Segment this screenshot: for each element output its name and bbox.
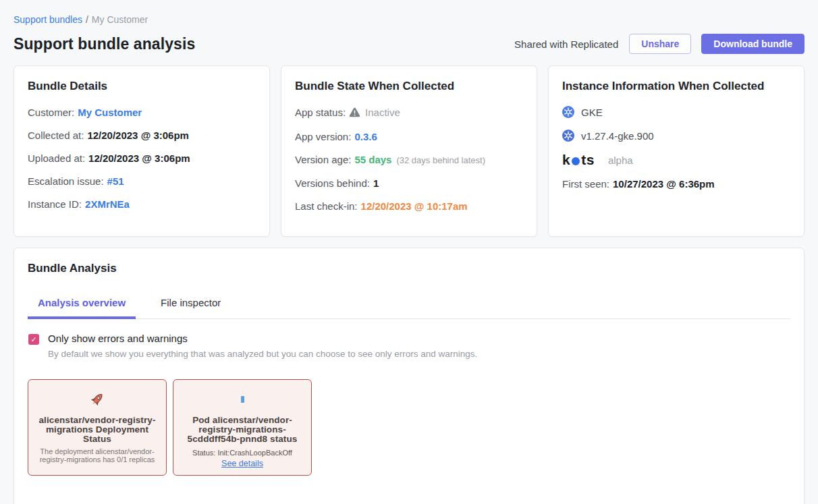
kots-channel: alpha bbox=[608, 155, 633, 166]
collected-at-row: Collected at:12/20/2023 @ 3:06pm bbox=[28, 129, 256, 142]
page-title: Support bundle analysis bbox=[13, 35, 195, 53]
uploaded-at-label: Uploaded at: bbox=[28, 152, 85, 164]
distribution-value: GKE bbox=[581, 107, 603, 118]
bundle-state-card: Bundle State When Collected App status:I… bbox=[281, 65, 537, 237]
last-checkin-value: 12/20/2023 @ 10:17am bbox=[361, 200, 468, 212]
analysis-tabs: Analysis overview File inspector bbox=[28, 293, 790, 319]
bundle-details-title: Bundle Details bbox=[28, 80, 256, 93]
app-version-row: App version:0.3.6 bbox=[295, 130, 523, 144]
customer-row: Customer:My Customer bbox=[28, 106, 256, 119]
bundle-analysis-title: Bundle Analysis bbox=[28, 262, 790, 275]
app-status-row: App status:Inactive bbox=[295, 106, 523, 121]
k8s-version-row: v1.27.4-gke.900 bbox=[562, 130, 790, 142]
result-status: Status: Init:CrashLoopBackOff bbox=[192, 449, 292, 457]
first-seen-row: First seen:10/27/2023 @ 6:36pm bbox=[562, 177, 790, 191]
first-seen-label: First seen: bbox=[562, 178, 609, 190]
kots-logo-ts: ts bbox=[581, 152, 595, 168]
instance-info-title: Instance Information When Collected bbox=[562, 80, 790, 93]
versions-behind-label: Versions behind: bbox=[295, 177, 370, 189]
bundle-state-title: Bundle State When Collected bbox=[295, 80, 523, 93]
breadcrumb-separator: / bbox=[86, 14, 88, 25]
breadcrumb: Support bundles/My Customer bbox=[13, 0, 805, 25]
app-version-link[interactable]: 0.3.6 bbox=[354, 131, 377, 142]
result-title: alicenstar/vendor-registry-migrations De… bbox=[36, 416, 158, 444]
app-version-label: App version: bbox=[295, 131, 351, 142]
instance-info-card: Instance Information When Collected GKE … bbox=[548, 65, 805, 237]
analysis-result-deployment: alicenstar/vendor-registry-migrations De… bbox=[28, 379, 167, 476]
versions-behind-row: Versions behind:1 bbox=[295, 177, 523, 190]
instance-id-label: Instance ID: bbox=[28, 198, 82, 210]
last-checkin-row: Last check-in:12/20/2023 @ 10:17am bbox=[295, 200, 523, 213]
kots-row: kts alpha bbox=[562, 152, 790, 168]
app-status-label: App status: bbox=[295, 107, 346, 118]
analysis-result-pod-status: Pod alicenstar/vendor-registry-migration… bbox=[173, 379, 312, 476]
app-status-value: Inactive bbox=[365, 107, 400, 118]
instance-id-link[interactable]: 2XMrNEa bbox=[85, 198, 130, 210]
kubernetes-icon bbox=[562, 130, 574, 142]
shared-status-text: Shared with Replicated bbox=[514, 38, 618, 50]
last-checkin-label: Last check-in: bbox=[295, 200, 358, 212]
kots-logo-k: k bbox=[562, 152, 570, 168]
breadcrumb-link-support-bundles[interactable]: Support bundles bbox=[13, 14, 82, 25]
version-age-row: Version age:55 days(32 days behind lates… bbox=[295, 153, 523, 167]
unshare-button[interactable]: Unshare bbox=[629, 34, 691, 54]
first-seen-value: 10/27/2023 @ 6:36pm bbox=[613, 178, 715, 190]
breadcrumb-current: My Customer bbox=[92, 14, 148, 25]
bundle-analysis-card: Bundle Analysis Analysis overview File i… bbox=[13, 248, 805, 504]
filter-row: Only show errors and warnings By default… bbox=[28, 332, 790, 359]
header-actions: Shared with Replicated Unshare Download … bbox=[514, 34, 805, 54]
filter-text: Only show errors and warnings By default… bbox=[48, 332, 477, 359]
result-description: The deployment alicenstar/vendor-registr… bbox=[36, 448, 158, 464]
page: Support bundles/My Customer Support bund… bbox=[0, 0, 818, 504]
version-age-note: (32 days behind latest) bbox=[396, 155, 485, 165]
k8s-version-value: v1.27.4-gke.900 bbox=[581, 130, 654, 142]
versions-behind-value: 1 bbox=[373, 177, 379, 189]
warning-triangle-icon bbox=[349, 107, 360, 121]
bundle-details-card: Bundle Details Customer:My Customer Coll… bbox=[13, 65, 270, 237]
rocket-icon bbox=[89, 389, 105, 410]
filter-label[interactable]: Only show errors and warnings bbox=[48, 332, 477, 345]
page-header: Support bundle analysis Shared with Repl… bbox=[13, 34, 805, 54]
collected-at-value: 12/20/2023 @ 3:06pm bbox=[87, 130, 189, 141]
version-age-value: 55 days bbox=[354, 154, 391, 165]
version-age-label: Version age: bbox=[295, 154, 351, 165]
uploaded-at-row: Uploaded at:12/20/2023 @ 3:06pm bbox=[28, 152, 256, 165]
kubernetes-icon bbox=[562, 106, 574, 118]
tab-file-inspector[interactable]: File inspector bbox=[151, 293, 231, 318]
pod-icon bbox=[241, 389, 244, 410]
tab-analysis-overview[interactable]: Analysis overview bbox=[28, 293, 136, 318]
result-title: Pod alicenstar/vendor-registry-migration… bbox=[182, 416, 303, 444]
escalation-issue-label: Escalation issue: bbox=[28, 175, 104, 187]
distribution-row: GKE bbox=[562, 106, 790, 118]
collected-at-label: Collected at: bbox=[28, 130, 84, 141]
analysis-results: alicenstar/vendor-registry-migrations De… bbox=[28, 379, 790, 476]
uploaded-at-value: 12/20/2023 @ 3:06pm bbox=[88, 152, 190, 164]
only-errors-checkbox[interactable] bbox=[28, 334, 39, 345]
customer-label: Customer: bbox=[28, 107, 74, 118]
download-bundle-button[interactable]: Download bundle bbox=[701, 34, 805, 54]
kots-logo: kts bbox=[562, 152, 595, 168]
escalation-issue-row: Escalation issue:#51 bbox=[28, 175, 256, 188]
escalation-issue-link[interactable]: #51 bbox=[107, 175, 124, 187]
info-cards-row: Bundle Details Customer:My Customer Coll… bbox=[13, 65, 805, 237]
kots-logo-o-icon bbox=[572, 157, 580, 165]
instance-id-row: Instance ID:2XMrNEa bbox=[28, 198, 256, 211]
filter-description: By default we show you everything that w… bbox=[48, 349, 477, 359]
customer-link[interactable]: My Customer bbox=[78, 107, 142, 118]
see-details-link[interactable]: See details bbox=[221, 459, 263, 468]
